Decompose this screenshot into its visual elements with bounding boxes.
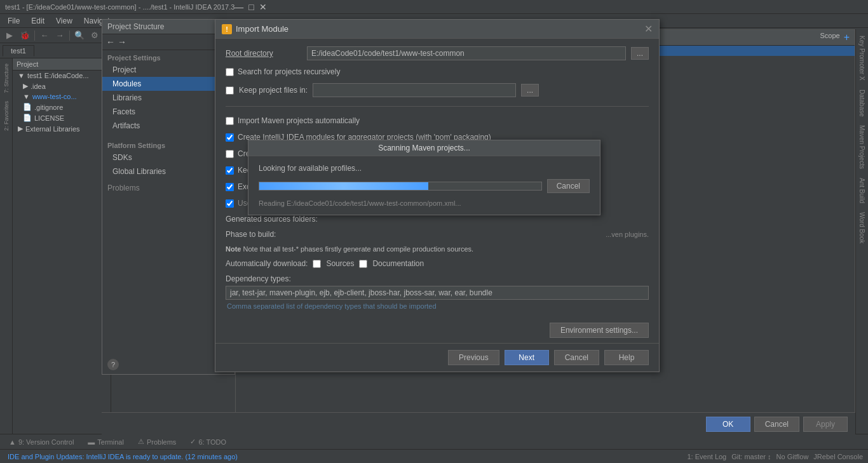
create-groups-checkbox[interactable] — [226, 150, 234, 158]
progress-fill — [259, 182, 428, 190]
generated-sources-label: Generated sources folders: — [226, 215, 318, 224]
folder-icon: ▶ — [18, 124, 23, 133]
tree-item-gitignore[interactable]: 📄 .gitignore — [13, 102, 111, 112]
search-recursive-checkbox[interactable] — [226, 68, 234, 76]
tree-item-test1[interactable]: ▼ test1 E:/ideaCode... — [13, 70, 111, 81]
file-icon: 📄 — [23, 114, 32, 122]
right-sidebar: Key Promoter X Database Maven Projects A… — [855, 29, 868, 435]
terminal-label: Terminal — [97, 438, 124, 446]
window-controls[interactable]: — □ ✕ — [234, 2, 266, 12]
import-maven-label[interactable]: Import Maven projects automatically — [238, 116, 360, 125]
phase-note: Note Note that all test-* phases firstly… — [226, 245, 649, 253]
apply-btn[interactable]: Apply — [803, 417, 848, 432]
import-cancel-btn[interactable]: Cancel — [554, 350, 599, 365]
dep-header-controls: Scope + — [820, 32, 850, 43]
tree-item-www[interactable]: ▼ www-test-co... — [13, 91, 111, 102]
right-tab-ant[interactable]: Ant Build — [857, 174, 867, 207]
env-settings-btn[interactable]: Environment settings... — [550, 323, 649, 338]
progress-bar-container: Cancel — [259, 179, 590, 193]
tab-version-control[interactable]: ▲ 9: Version Control — [3, 437, 80, 447]
dep-types-input[interactable] — [226, 286, 649, 300]
toolbar-settings-btn[interactable]: ⚙ — [88, 29, 102, 42]
auto-download-row: Automatically download: Sources Document… — [226, 259, 649, 268]
toolbar-run-btn[interactable]: ▶ — [3, 29, 17, 42]
sources-checkbox[interactable] — [313, 260, 321, 268]
status-message-item: IDE and Plugin Updates: IntelliJ IDEA is… — [5, 453, 240, 460]
keep-project-files-checkbox[interactable] — [226, 86, 234, 95]
search-recursive-label[interactable]: Search for projects recursively — [238, 67, 340, 76]
right-tab-database[interactable]: Database — [857, 86, 867, 121]
dep-types-label-row: Dependency types: — [226, 274, 649, 283]
ps-back-btn[interactable]: ← — [106, 37, 115, 47]
import-dialog-close[interactable]: ✕ — [644, 23, 653, 35]
right-tab-key-promoter[interactable]: Key Promoter X — [857, 32, 867, 84]
menu-edit[interactable]: Edit — [26, 15, 50, 27]
scanning-cancel-btn[interactable]: Cancel — [547, 179, 590, 193]
problems-icon: ⚠ — [138, 438, 144, 446]
note-bold: Note — [226, 245, 241, 253]
close-btn[interactable]: ✕ — [259, 2, 267, 12]
maximize-btn[interactable]: □ — [248, 2, 254, 12]
tab-terminal[interactable]: ▬ Terminal — [81, 437, 130, 447]
tree-label-idea: .idea — [31, 83, 46, 90]
vc-icon: ▲ — [9, 438, 16, 446]
ps-title: Project Structure — [107, 22, 164, 31]
tab-test1[interactable]: test1 — [3, 45, 34, 57]
section-divider-1 — [226, 106, 649, 107]
status-right: 1: Event Log Git: master ↕ No Gitflow JR… — [687, 453, 863, 460]
menu-view[interactable]: View — [51, 15, 78, 27]
no-gitflow[interactable]: No Gitflow — [776, 453, 809, 460]
keep-browse-btn[interactable]: ... — [521, 84, 539, 97]
phase-to-build-label: Phase to build: — [226, 230, 302, 239]
problems-label: Problems — [147, 438, 176, 446]
tree-label-test1: test1 E:/ideaCode... — [27, 72, 89, 79]
auto-download-label: Automatically download: — [226, 259, 308, 268]
main-cancel-btn[interactable]: Cancel — [754, 417, 799, 432]
event-log-label[interactable]: 1: Event Log — [687, 453, 726, 460]
tree-item-license[interactable]: 📄 LICENSE — [13, 112, 111, 123]
tab-problems[interactable]: ⚠ Problems — [132, 436, 182, 447]
browse-btn[interactable]: ... — [631, 47, 649, 60]
help-btn[interactable]: Help — [604, 350, 649, 365]
root-dir-input[interactable] — [307, 46, 626, 60]
toolbar-debug-btn[interactable]: 🐞 — [18, 29, 32, 42]
sidebar-favorites-label[interactable]: 2: Favorites — [3, 98, 10, 133]
status-bar: IDE and Plugin Updates: IntelliJ IDEA is… — [0, 449, 868, 463]
keep-project-files-row: Keep project files in: ... — [226, 83, 649, 97]
tree-item-idea[interactable]: ▶ .idea — [13, 81, 111, 91]
tab-todo[interactable]: ✓ 6: TODO — [184, 436, 233, 447]
ps-help-btn[interactable]: ? — [107, 359, 119, 370]
toolbar-back-btn[interactable]: ← — [37, 29, 51, 42]
left-sidebar: 7: Structure 2: Favorites JRebel — [0, 58, 13, 463]
right-tab-wordbook[interactable]: Word Book — [857, 208, 867, 247]
sidebar-structure-label[interactable]: 7: Structure — [3, 61, 10, 96]
documentation-label[interactable]: Documentation — [372, 259, 424, 268]
git-branch[interactable]: Git: master ↕ — [731, 453, 771, 460]
exclude-build-checkbox[interactable] — [226, 183, 234, 191]
use-maven-output-checkbox[interactable] — [226, 199, 234, 208]
jrebel-console[interactable]: JRebel Console — [813, 453, 863, 460]
toolbar-search-btn[interactable]: 🔍 — [72, 29, 86, 42]
documentation-checkbox[interactable] — [359, 260, 367, 268]
keep-source-checkbox[interactable] — [226, 166, 234, 175]
keep-project-files-input[interactable] — [313, 83, 516, 97]
menu-file[interactable]: File — [3, 15, 25, 27]
ps-forward-btn[interactable]: → — [118, 37, 126, 47]
next-btn[interactable]: Next — [505, 350, 549, 365]
scanning-title: Scanning Maven projects... — [248, 140, 600, 156]
import-maven-checkbox[interactable] — [226, 117, 234, 125]
minimize-btn[interactable]: — — [234, 2, 243, 12]
checkbox-search-recursive: Search for projects recursively — [226, 67, 649, 77]
sources-label[interactable]: Sources — [326, 259, 354, 268]
previous-btn[interactable]: Previous — [448, 350, 499, 365]
ok-cancel-apply-bar: OK Cancel Apply — [102, 412, 855, 435]
dep-add-btn[interactable]: + — [844, 32, 850, 43]
create-modules-checkbox[interactable] — [226, 133, 234, 142]
right-tab-maven[interactable]: Maven Projects — [857, 121, 867, 173]
env-settings-area: Environment settings... — [215, 318, 659, 343]
keep-project-files-label[interactable]: Keep project files in: — [239, 86, 308, 95]
ok-btn[interactable]: OK — [706, 417, 750, 432]
dep-scope-label: Scope — [820, 32, 839, 43]
tree-item-ext-libs[interactable]: ▶ External Libraries — [13, 123, 111, 134]
toolbar-forward-btn[interactable]: → — [53, 29, 67, 42]
